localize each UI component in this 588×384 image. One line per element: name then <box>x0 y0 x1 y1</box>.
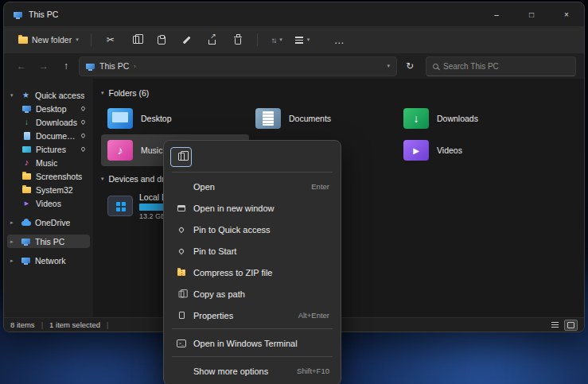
up-button[interactable]: ↑ <box>56 56 76 76</box>
menu-divider <box>172 172 333 173</box>
share-button[interactable]: ↗ <box>201 29 224 50</box>
folder-tile-downloads[interactable]: ↓ Downloads <box>397 103 545 134</box>
folder-icon <box>22 173 31 180</box>
folder-tile-videos[interactable]: ▶ Videos <box>397 134 545 166</box>
thumbnails-view-button[interactable] <box>564 320 578 331</box>
menu-item-compress-zip[interactable]: Compress to ZIP file <box>167 262 337 283</box>
menu-item-pin-quick-access[interactable]: Pin to Quick access <box>167 219 337 240</box>
sidebar-item-quick-access[interactable]: ▾ ★ Quick access <box>7 88 90 102</box>
share-icon: ↗ <box>208 40 216 45</box>
pictures-icon <box>22 146 31 153</box>
title-bar: This PC – □ × <box>4 2 584 26</box>
pin-icon <box>80 146 86 152</box>
chevron-down-icon[interactable]: ▾ <box>101 90 104 96</box>
sidebar-item-desktop[interactable]: Desktop <box>7 102 90 115</box>
sidebar: ▾ ★ Quick access Desktop ↓ Downloads Doc… <box>4 79 93 317</box>
chevron-right-icon[interactable]: ▸ <box>10 258 17 264</box>
chevron-down-icon: ▾ <box>307 37 310 43</box>
sort-button[interactable]: ↑↓ ▾ <box>265 29 289 50</box>
menu-divider <box>172 328 333 329</box>
chevron-right-icon[interactable]: ▸ <box>10 239 17 245</box>
sidebar-item-onedrive[interactable]: ▸ OneDrive <box>7 215 90 229</box>
menu-item-pin-start[interactable]: Pin to Start <box>167 240 337 262</box>
back-button[interactable]: ← <box>12 56 31 76</box>
search-input[interactable] <box>443 62 569 71</box>
sidebar-item-documents[interactable]: Documents <box>7 129 90 142</box>
folder-tile-documents[interactable]: Documents <box>249 103 397 134</box>
new-folder-button[interactable]: New folder ▾ <box>14 29 84 50</box>
menu-item-show-more-options[interactable]: Show more options Shift+F10 <box>167 360 337 382</box>
menu-item-properties[interactable]: Properties Alt+Enter <box>167 304 337 326</box>
search-box[interactable] <box>426 56 576 76</box>
menu-item-open-windows-terminal[interactable]: >_ Open in Windows Terminal <box>167 332 337 354</box>
desktop: { "window": { "title": "This PC" }, "gly… <box>0 0 588 384</box>
properties-icon <box>175 312 188 319</box>
this-pc-icon <box>14 12 22 17</box>
paste-button[interactable] <box>150 29 173 50</box>
close-button[interactable]: × <box>549 2 584 26</box>
sidebar-item-screenshots[interactable]: Screenshots <box>7 169 90 183</box>
view-button[interactable]: ▾ <box>290 29 315 50</box>
copy-button[interactable] <box>124 29 148 50</box>
terminal-icon: >_ <box>175 339 188 347</box>
trash-icon <box>235 38 241 45</box>
rename-icon <box>183 36 191 44</box>
folders-section-title: Folders (6) <box>109 88 150 98</box>
chevron-right-icon[interactable]: ▸ <box>10 219 17 226</box>
breadcrumb[interactable]: This PC › ▾ <box>79 56 397 76</box>
minimize-button[interactable]: – <box>479 2 514 26</box>
downloads-folder-icon: ↓ <box>403 108 429 129</box>
toolbar-divider <box>257 33 258 46</box>
pin-icon <box>80 106 86 111</box>
sidebar-item-pictures[interactable]: Pictures <box>7 142 90 156</box>
search-icon <box>433 64 438 69</box>
folder-icon <box>22 187 31 193</box>
sidebar-item-downloads[interactable]: ↓ Downloads <box>7 115 90 129</box>
breadcrumb-dropdown-icon[interactable]: ▾ <box>387 63 390 69</box>
selection-count-label: 1 item selected <box>49 320 100 329</box>
view-icon <box>295 37 303 44</box>
downloads-icon: ↓ <box>25 118 29 126</box>
command-bar: New folder ▾ ✂ ↗ ↑↓ ▾ ▾ … <box>4 26 584 53</box>
sidebar-item-music[interactable]: ♪ Music <box>7 156 90 169</box>
chevron-down-icon: ▾ <box>279 37 282 43</box>
sidebar-item-videos[interactable]: ▶ Videos <box>7 196 90 210</box>
thumbnails-view-icon <box>567 322 574 328</box>
menu-divider <box>172 356 333 357</box>
menu-item-open-new-window[interactable]: Open in new window <box>167 197 337 219</box>
forward-button[interactable]: → <box>34 56 53 76</box>
new-folder-label: New folder <box>32 35 72 45</box>
folders-section-header[interactable]: ▾ Folders (6) <box>101 87 584 99</box>
more-icon: … <box>334 34 345 46</box>
folder-tile-desktop[interactable]: Desktop <box>101 103 249 134</box>
chevron-down-icon: ▾ <box>76 37 79 43</box>
breadcrumb-this-pc[interactable]: This PC <box>99 61 129 71</box>
context-menu-icon-row <box>167 144 337 169</box>
this-pc-icon <box>86 64 95 69</box>
sidebar-item-this-pc[interactable]: ▸ This PC <box>7 235 90 248</box>
sidebar-item-system32[interactable]: System32 <box>7 183 90 196</box>
chevron-down-icon[interactable]: ▾ <box>10 92 17 99</box>
rename-button[interactable] <box>175 29 199 50</box>
videos-folder-icon: ▶ <box>403 140 429 161</box>
copy-icon <box>178 153 185 161</box>
zip-icon <box>175 270 188 276</box>
refresh-button[interactable]: ↻ <box>400 56 419 76</box>
chevron-down-icon[interactable]: ▾ <box>101 176 104 182</box>
desktop-folder-icon <box>107 108 133 129</box>
status-divider: | <box>107 320 108 329</box>
cut-button[interactable]: ✂ <box>99 29 123 50</box>
copy-icon-button[interactable] <box>170 147 192 167</box>
more-options-button[interactable]: … <box>327 29 351 50</box>
cut-icon: ✂ <box>107 35 115 45</box>
maximize-button[interactable]: □ <box>514 2 549 26</box>
pin-icon <box>175 227 188 232</box>
delete-button[interactable] <box>226 29 250 50</box>
sidebar-item-network[interactable]: ▸ Network <box>7 254 90 267</box>
menu-item-open[interactable]: Open Enter <box>167 176 337 197</box>
menu-item-copy-as-path[interactable]: Copy as path <box>167 283 337 304</box>
item-count-label: 8 items <box>10 320 35 329</box>
details-view-button[interactable] <box>548 320 562 331</box>
network-icon <box>21 258 30 263</box>
view-toggles <box>548 320 578 331</box>
